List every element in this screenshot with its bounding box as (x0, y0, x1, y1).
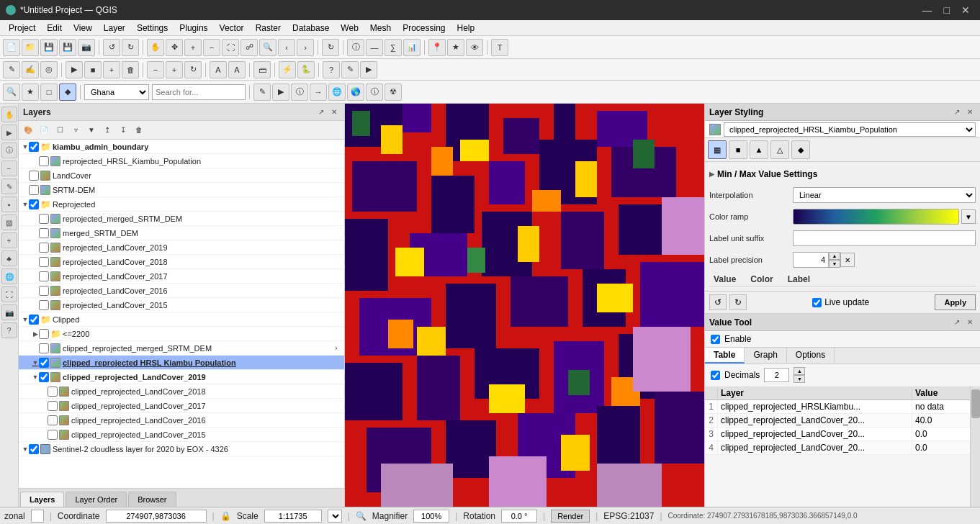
zoom-selection-btn[interactable]: ☍ (240, 39, 258, 56)
open-btn[interactable]: 📁 (22, 39, 39, 56)
save-as-btn[interactable]: 💾 (59, 39, 76, 56)
paletted-btn[interactable]: ◆ (791, 140, 810, 159)
bookmark2-btn[interactable]: ★ (22, 83, 39, 101)
color-ramp-preview[interactable] (793, 209, 959, 225)
layer-row[interactable]: reprojected_LandCover_2017 (19, 269, 344, 284)
layer-visible-check[interactable] (48, 401, 58, 411)
new-project-btn[interactable]: 📄 (3, 39, 20, 56)
layer-row[interactable]: LandCover (19, 168, 344, 183)
feature-action-btn[interactable]: → (310, 83, 327, 101)
menu-mesh[interactable]: Mesh (364, 22, 397, 35)
scale-combo[interactable]: ▼ (328, 510, 342, 523)
menu-layer[interactable]: Layer (98, 22, 131, 35)
spin-up-btn[interactable]: ▲ (829, 252, 840, 260)
expand-icon[interactable]: ▼ (32, 359, 39, 366)
layers-panel-close-btn[interactable]: ✕ (328, 107, 340, 118)
annotation-btn[interactable]: ✎ (1, 179, 17, 194)
running-man-btn[interactable]: ☢ (385, 83, 402, 101)
pan-map-btn[interactable]: ✥ (166, 39, 183, 56)
node-btn[interactable]: ◎ (40, 61, 58, 78)
add-group-btn[interactable]: 📄 (37, 123, 51, 137)
filter-layer-btn[interactable]: ▿ (68, 123, 83, 137)
id-left-btn[interactable]: ⓘ (1, 143, 17, 158)
zoom-full-btn[interactable]: ⛶ (222, 39, 239, 56)
pan-left-btn[interactable]: ✋ (1, 107, 17, 122)
menu-settings[interactable]: Settings (131, 22, 174, 35)
rotation-input[interactable] (501, 510, 537, 523)
styling-close-btn[interactable]: ✕ (964, 107, 976, 118)
layer-row[interactable]: SRTM-DEM (19, 183, 344, 197)
vt-tab-graph[interactable]: Graph (745, 348, 786, 363)
zoom-last-btn[interactable]: ‹ (278, 39, 295, 56)
close-button[interactable]: ✕ (957, 4, 974, 16)
wms-btn[interactable]: 🌎 (347, 83, 364, 101)
remove-layer-btn[interactable]: 🗑 (132, 123, 146, 137)
render-button[interactable]: Render (551, 510, 590, 523)
location-combo[interactable]: Ghana (84, 84, 149, 100)
digitize-left-btn[interactable]: ▪ (1, 196, 17, 212)
layer-visible-check[interactable] (29, 185, 39, 195)
layer-row[interactable]: clipped_reprojected_LandCover_2018 (19, 384, 344, 399)
minimize-button[interactable]: — (918, 4, 937, 16)
layer-visible-check[interactable] (29, 142, 39, 152)
layer-row[interactable]: clipped_reprojected_LandCover_2016 (19, 413, 344, 428)
menu-processing[interactable]: Processing (397, 22, 451, 35)
precision-clear-btn[interactable]: ✕ (840, 253, 855, 267)
magnifier-input[interactable] (413, 510, 449, 523)
zoom-next-btn[interactable]: › (297, 39, 314, 56)
vt-scrollbar[interactable] (970, 387, 980, 507)
manage-layers-btn[interactable]: ☐ (53, 123, 67, 137)
layer-visible-check[interactable] (39, 300, 49, 310)
layer-row[interactable]: clipped_reprojected_LandCover_2017 (19, 399, 344, 413)
vt-close-btn[interactable]: ✕ (964, 317, 976, 328)
help2-btn[interactable]: ? (323, 61, 340, 78)
layer-visible-check[interactable] (29, 444, 39, 454)
label2-btn[interactable]: A (228, 61, 246, 78)
vt-float-btn[interactable]: ↗ (951, 317, 963, 328)
menu-plugins[interactable]: Plugins (174, 22, 213, 35)
location-btn[interactable]: 🔍 (3, 83, 20, 101)
precision-input[interactable] (793, 252, 829, 268)
zoom-in-btn[interactable]: + (184, 39, 202, 56)
layer-visible-check[interactable] (39, 286, 49, 296)
show-bookmarks-btn[interactable]: 👁 (466, 39, 483, 56)
layer-visible-check[interactable] (39, 214, 49, 224)
expand-icon[interactable]: ▼ (22, 316, 29, 323)
redo-style-btn[interactable]: ↻ (729, 294, 747, 310)
select-btn[interactable]: ▶ (66, 61, 83, 78)
digitize-btn[interactable]: ✎ (3, 61, 20, 78)
delete-btn[interactable]: 🗑 (122, 61, 139, 78)
menu-help[interactable]: Help (451, 22, 481, 35)
layer-order-tab[interactable]: Layer Order (66, 492, 127, 507)
layer-visible-check[interactable] (39, 228, 49, 238)
split-btn[interactable]: − (147, 61, 164, 78)
refresh-btn[interactable]: ↻ (322, 39, 339, 56)
print-left-btn[interactable]: 📷 (1, 304, 17, 320)
select3-btn[interactable]: ▶ (272, 83, 289, 101)
vt-enable-check[interactable] (711, 335, 720, 344)
vt-tab-options[interactable]: Options (787, 348, 835, 363)
minmax-section-header[interactable]: ▶ Min / Max Value Settings (709, 166, 976, 182)
select2-btn[interactable]: ▶ (360, 61, 377, 78)
layer-row[interactable]: clipped_reprojected_merged_SRTM_DEM › (19, 341, 344, 356)
add-layer-btn[interactable]: + (1, 232, 17, 248)
maximize-button[interactable]: □ (940, 4, 954, 16)
calculator-btn[interactable]: ∑ (385, 39, 402, 56)
menu-raster[interactable]: Raster (250, 22, 287, 35)
box-btn[interactable]: □ (40, 83, 58, 101)
layer-visible-check[interactable] (48, 387, 58, 397)
merge-btn[interactable]: + (166, 61, 183, 78)
collapse-all-btn[interactable]: ↧ (116, 123, 130, 137)
plugins-btn[interactable]: ⚡ (279, 61, 296, 78)
color-ramp-dropdown-btn[interactable]: ▼ (961, 209, 976, 224)
label-unit-input[interactable] (793, 230, 976, 246)
layers-panel-float-btn[interactable]: ↗ (315, 107, 327, 118)
styling-float-btn[interactable]: ↗ (951, 107, 963, 118)
menu-database[interactable]: Database (287, 22, 335, 35)
layer-visible-check[interactable] (39, 358, 49, 368)
identify-btn[interactable]: ⓘ (347, 39, 364, 56)
measure-left-btn[interactable]: − (1, 161, 17, 176)
expand-icon[interactable]: ▶ (32, 330, 39, 338)
dec-up-btn[interactable]: ▲ (794, 367, 805, 375)
rotate-feature-btn[interactable]: ↻ (184, 61, 202, 78)
